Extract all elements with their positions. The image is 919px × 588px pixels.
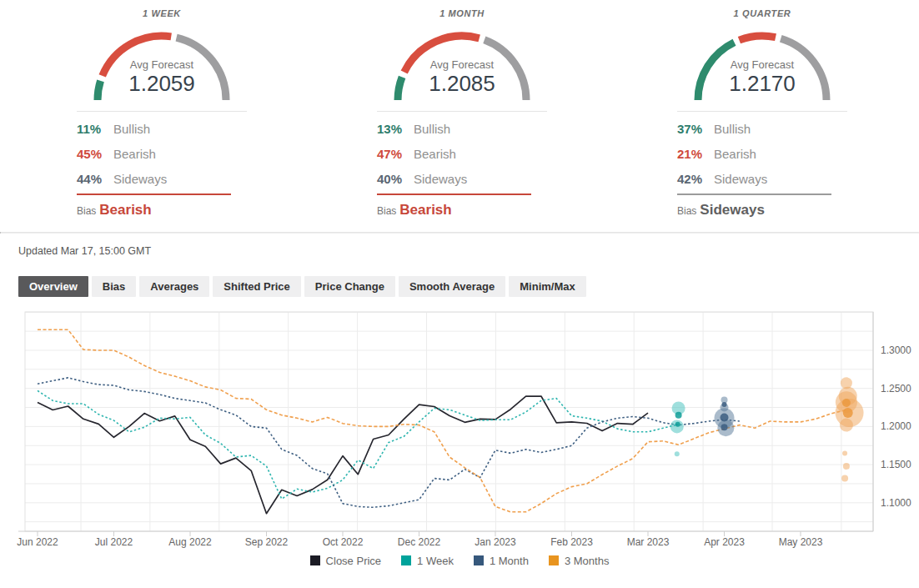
x-axis-label: Aug 2022 xyxy=(168,536,212,548)
avg-forecast-value: 1.2085 xyxy=(377,71,547,97)
forecast-bubble[interactable] xyxy=(675,451,680,456)
sideways-row: 42%Sideways xyxy=(677,167,847,192)
bearish-pct: 21% xyxy=(677,142,714,167)
forecast-bubble[interactable] xyxy=(722,402,727,407)
x-axis-label: Mar 2023 xyxy=(627,536,670,548)
section-divider xyxy=(0,232,919,234)
legend-label: 1 Month xyxy=(490,555,529,567)
y-axis-label: 1.3000 xyxy=(881,344,911,356)
x-axis-label: Feb 2023 xyxy=(550,536,593,548)
legend-label: 1 Week xyxy=(417,555,454,567)
x-axis-label: Apr 2023 xyxy=(704,536,745,548)
forecast-panels: 1 WEEK Avg Forecast 1.2059 11%Bullish 45… xyxy=(0,0,919,232)
bias-label: Bias xyxy=(677,205,696,217)
tab-overview[interactable]: Overview xyxy=(18,276,88,297)
bearish-pct: 45% xyxy=(77,142,113,167)
forecast-chart[interactable]: Jun 2022Jul 2022Aug 2022Sep 2022Oct 2022… xyxy=(0,297,919,552)
tab-smooth-average[interactable]: Smooth Average xyxy=(399,276,505,297)
panel-title: 1 MONTH xyxy=(377,8,547,20)
forecast-bubble[interactable] xyxy=(675,412,682,419)
forecast-bubble[interactable] xyxy=(675,422,680,427)
bias-underline xyxy=(77,193,231,195)
sentiment-rows: 11%Bullish 45%Bearish 44%Sideways xyxy=(77,112,247,192)
tab-shifted-price[interactable]: Shifted Price xyxy=(213,276,300,297)
updated-timestamp: Updated Mar 17, 15:00 GMT xyxy=(18,245,919,258)
bias-row: BiasBearish xyxy=(77,202,247,219)
forecast-bubble[interactable] xyxy=(721,424,728,430)
bullish-pct: 37% xyxy=(677,117,714,142)
forecast-bubble[interactable] xyxy=(840,419,853,432)
forecast-panel-1-week: 1 WEEK Avg Forecast 1.2059 11%Bullish 45… xyxy=(77,3,247,232)
bias-value: Sideways xyxy=(700,202,765,218)
x-axis-label: Jul 2022 xyxy=(95,536,133,548)
gauge-1-week: Avg Forecast 1.2059 xyxy=(77,23,247,110)
sentiment-rows: 37%Bullish 21%Bearish 42%Sideways xyxy=(677,112,847,192)
bullish-row: 37%Bullish xyxy=(677,117,847,142)
bias-value: Bearish xyxy=(99,202,151,218)
close-price-swatch-icon xyxy=(310,555,320,565)
avg-forecast-label: Avg Forecast xyxy=(77,58,247,71)
sideways-label: Sideways xyxy=(113,172,167,186)
bearish-row: 21%Bearish xyxy=(677,142,847,167)
legend-1-week[interactable]: 1 Week xyxy=(401,555,454,567)
bullish-row: 13%Bullish xyxy=(377,117,547,142)
panel-title: 1 WEEK xyxy=(77,8,247,20)
sideways-pct: 40% xyxy=(377,167,414,192)
panel-title: 1 QUARTER xyxy=(677,8,847,20)
gauge-segment xyxy=(739,36,776,40)
sideways-pct: 44% xyxy=(77,167,113,192)
gauge-1-month: Avg Forecast 1.2085 xyxy=(377,23,547,110)
avg-forecast-label: Avg Forecast xyxy=(677,58,847,71)
one-month-swatch-icon xyxy=(474,555,484,565)
bias-row: BiasSideways xyxy=(677,202,847,219)
bearish-row: 47%Bearish xyxy=(377,142,547,167)
bias-value: Bearish xyxy=(399,202,451,218)
bullish-pct: 11% xyxy=(77,117,113,142)
tab-averages[interactable]: Averages xyxy=(139,276,209,297)
sideways-label: Sideways xyxy=(414,172,467,186)
tab-price-change[interactable]: Price Change xyxy=(304,276,395,297)
forecast-bubble[interactable] xyxy=(842,450,847,455)
bearish-row: 45%Bearish xyxy=(77,142,247,167)
y-axis-label: 1.2500 xyxy=(881,383,911,395)
legend-1-month[interactable]: 1 Month xyxy=(474,555,529,567)
bearish-label: Bearish xyxy=(113,147,156,161)
x-axis-label: Jun 2022 xyxy=(17,536,58,548)
sideways-pct: 42% xyxy=(677,167,714,192)
forecast-bubble[interactable] xyxy=(841,475,848,482)
sentiment-rows: 13%Bullish 47%Bearish 40%Sideways xyxy=(377,112,547,192)
bearish-pct: 47% xyxy=(377,142,414,167)
forecast-bubble[interactable] xyxy=(843,463,850,470)
three-months-swatch-icon xyxy=(549,555,559,565)
bearish-label: Bearish xyxy=(414,147,456,161)
series-close-price[interactable] xyxy=(38,396,648,514)
sideways-row: 44%Sideways xyxy=(77,167,247,192)
tab-bias[interactable]: Bias xyxy=(92,276,136,297)
forecast-bubble[interactable] xyxy=(721,413,729,421)
tab-minim-max[interactable]: Minim/Max xyxy=(509,276,585,297)
y-axis-label: 1.1000 xyxy=(881,497,911,509)
x-axis-label: May 2023 xyxy=(779,536,823,548)
x-axis-label: Jan 2023 xyxy=(475,536,516,548)
legend-close-price[interactable]: Close Price xyxy=(310,555,381,567)
series-1-week[interactable] xyxy=(38,390,679,499)
avg-forecast-value: 1.2059 xyxy=(77,71,247,97)
y-axis-label: 1.1500 xyxy=(881,459,911,470)
bias-label: Bias xyxy=(377,205,396,217)
legend-3-months[interactable]: 3 Months xyxy=(549,555,609,567)
forecast-bubble[interactable] xyxy=(842,399,851,407)
bias-row: BiasBearish xyxy=(377,202,547,219)
x-axis-label: Sep 2022 xyxy=(245,536,289,548)
plot-border xyxy=(25,312,873,531)
x-axis-label: Dec 2022 xyxy=(398,536,441,548)
bullish-label: Bullish xyxy=(113,122,150,136)
bearish-label: Bearish xyxy=(714,147,756,161)
avg-forecast-label: Avg Forecast xyxy=(377,58,547,71)
forecast-bubble[interactable] xyxy=(843,408,853,418)
legend-label: 3 Months xyxy=(565,555,609,567)
chart-tabs: Overview Bias Averages Shifted Price Pri… xyxy=(18,276,919,297)
sideways-row: 40%Sideways xyxy=(377,167,547,192)
sideways-label: Sideways xyxy=(714,172,767,186)
bias-underline xyxy=(377,193,531,195)
y-axis-label: 1.2000 xyxy=(881,420,911,432)
